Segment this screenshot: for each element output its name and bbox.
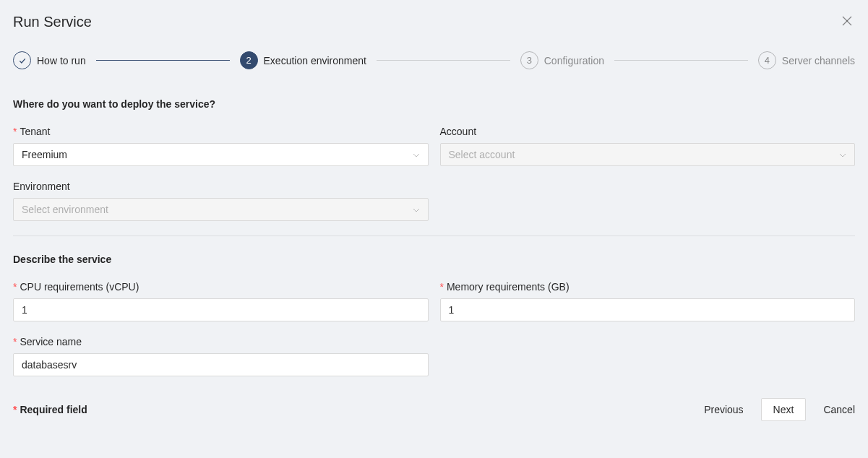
environment-label: Environment [13, 181, 429, 192]
step-label: How to run [37, 55, 86, 66]
account-select[interactable]: Select account [440, 143, 856, 166]
section-deploy-title: Where do you want to deploy the service? [13, 98, 855, 110]
account-label: Account [440, 126, 856, 137]
required-mark: * [13, 126, 17, 137]
service-name-input[interactable] [13, 353, 429, 376]
step-label: Server channels [782, 55, 855, 66]
step-label: Execution environment [264, 55, 366, 66]
cancel-button[interactable]: Cancel [823, 404, 855, 415]
step-connector [377, 60, 510, 61]
check-icon [13, 51, 31, 69]
account-placeholder: Select account [449, 149, 515, 160]
cpu-label: *CPU requirements (vCPU) [13, 281, 429, 293]
step-execution-environment[interactable]: 2 Execution environment [240, 51, 366, 69]
cpu-input[interactable] [13, 298, 429, 321]
step-how-to-run[interactable]: How to run [13, 51, 86, 69]
next-button[interactable]: Next [761, 398, 807, 421]
tenant-label: *Tenant [13, 126, 429, 137]
environment-placeholder: Select environment [22, 204, 108, 215]
close-button[interactable] [839, 13, 855, 31]
required-mark: * [13, 281, 17, 293]
chevron-down-icon [413, 206, 420, 214]
section-describe-title: Describe the service [13, 254, 855, 265]
required-mark: * [13, 336, 17, 347]
section-divider [13, 236, 855, 236]
tenant-value: Freemium [22, 149, 67, 160]
step-server-channels: 4 Server channels [758, 51, 855, 69]
step-connector [96, 60, 230, 61]
memory-label: *Memory requirements (GB) [440, 281, 856, 293]
previous-button[interactable]: Previous [704, 404, 743, 415]
chevron-down-icon [839, 151, 846, 159]
required-mark: * [13, 404, 17, 415]
step-number-icon: 4 [758, 51, 776, 69]
tenant-select[interactable]: Freemium [13, 143, 429, 166]
chevron-down-icon [413, 151, 420, 159]
step-configuration: 3 Configuration [520, 51, 604, 69]
required-field-note: *Required field [13, 404, 87, 415]
service-name-label: *Service name [13, 336, 429, 347]
step-connector [614, 60, 748, 61]
steps-indicator: How to run 2 Execution environment 3 Con… [13, 51, 855, 69]
step-number-icon: 3 [520, 51, 538, 69]
environment-select[interactable]: Select environment [13, 198, 429, 221]
memory-input[interactable] [440, 298, 856, 321]
page-title: Run Service [13, 14, 92, 30]
required-mark: * [440, 281, 444, 293]
step-number-icon: 2 [240, 51, 258, 69]
step-label: Configuration [544, 55, 604, 66]
close-icon [842, 16, 852, 26]
